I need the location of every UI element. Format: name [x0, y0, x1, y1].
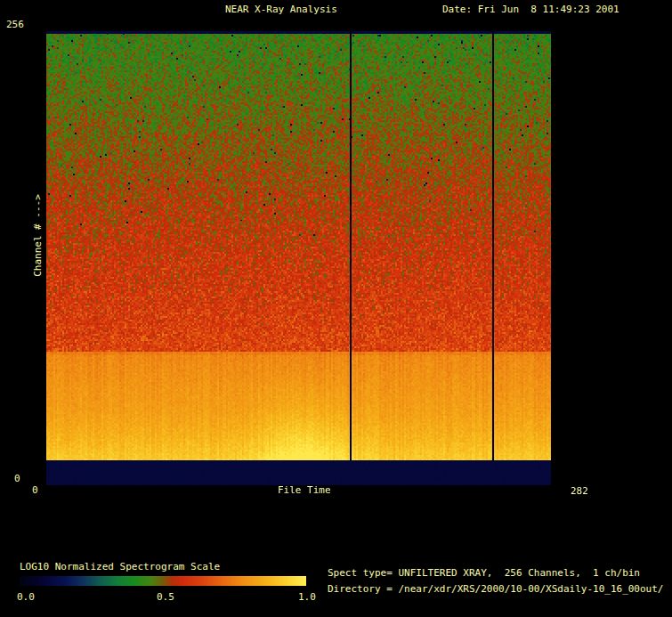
colorbar-title: LOG10 Normalized Spectrogram Scale — [20, 561, 220, 572]
spectrogram-heatmap — [46, 31, 551, 485]
spect-type-info: Spect type= UNFILTERED XRAY, 256 Channel… — [328, 567, 640, 579]
page-title: NEAR X-Ray Analysis — [225, 4, 337, 15]
x-axis-max-label: 282 — [571, 485, 588, 497]
colorbar-gradient — [20, 576, 306, 586]
y-axis-max-label: 256 — [6, 19, 24, 30]
near-xray-analysis-window: NEAR X-Ray Analysis Date: Fri Jun 8 11:4… — [0, 0, 672, 617]
colorbar-tick-min: 0.0 — [17, 591, 35, 603]
x-axis-label: File Time — [278, 484, 331, 496]
colorbar-tick-mid: 0.5 — [157, 591, 174, 603]
directory-info: Directory = /near/xdr/XRS/2000/10-00/XSd… — [328, 583, 664, 595]
y-axis-label: Channel # ---> — [32, 178, 44, 294]
y-axis-min-label: 0 — [14, 473, 20, 484]
time-marker-line-2 — [492, 31, 494, 460]
date-label: Date: Fri Jun 8 11:49:23 2001 — [442, 4, 619, 15]
x-axis-min-label: 0 — [32, 484, 38, 496]
time-marker-line-1 — [350, 31, 352, 460]
colorbar-tick-max: 1.0 — [298, 591, 316, 603]
